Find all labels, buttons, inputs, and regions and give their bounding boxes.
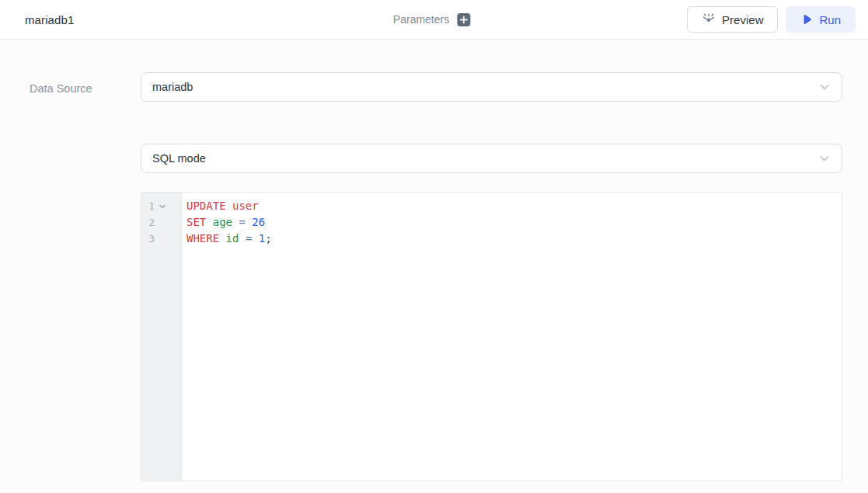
code-token: ; [265, 232, 271, 245]
code-token [239, 232, 245, 245]
code-line[interactable]: SET age = 26 [186, 214, 842, 231]
code-token [219, 232, 225, 245]
data-source-value: mariadb [152, 81, 818, 93]
chevron-down-icon [818, 81, 831, 93]
code-token [226, 200, 232, 212]
code-token [206, 216, 212, 228]
eye-icon [702, 12, 716, 26]
fold-spacer [157, 234, 168, 245]
data-source-select[interactable]: mariadb [141, 72, 842, 102]
play-icon [800, 13, 813, 26]
code-token: 1 [259, 232, 265, 245]
run-button[interactable]: Run [786, 6, 856, 33]
line-number: 1 [147, 200, 155, 212]
sql-editor[interactable]: 123 UPDATE userSET age = 26WHERE id = 1; [141, 192, 842, 481]
query-mode-value: SQL mode [152, 152, 818, 165]
code-token: id [226, 232, 239, 245]
add-parameter-button[interactable] [457, 13, 470, 26]
editor-gutter: 123 [141, 193, 182, 481]
code-line[interactable]: UPDATE user [186, 198, 842, 214]
code-token: WHERE [186, 232, 219, 245]
plus-icon [459, 16, 468, 24]
code-line[interactable]: WHERE id = 1; [186, 231, 842, 247]
page-title: mariadb1 [25, 13, 74, 26]
code-token [252, 232, 258, 245]
code-token: 26 [252, 216, 265, 228]
chevron-down-icon [818, 152, 831, 165]
data-source-label: Data Source [30, 82, 92, 95]
preview-button[interactable]: Preview [687, 6, 778, 33]
code-token: UPDATE [186, 200, 226, 212]
run-button-label: Run [819, 13, 841, 26]
code-token: age [213, 216, 232, 228]
fold-chevron-down-icon[interactable] [157, 201, 168, 212]
line-number: 3 [147, 233, 155, 245]
editor-code[interactable]: UPDATE userSET age = 26WHERE id = 1; [182, 193, 842, 481]
parameters-group: Parameters [393, 0, 470, 39]
toolbar-actions: Preview Run [687, 6, 856, 33]
code-token: SET [186, 216, 206, 228]
query-mode-select[interactable]: SQL mode [141, 144, 842, 173]
preview-button-label: Preview [722, 13, 763, 26]
gutter-row: 3 [141, 231, 181, 247]
code-token: user [232, 200, 259, 212]
parameters-label: Parameters [393, 13, 449, 26]
line-number: 2 [147, 217, 155, 228]
code-token: = [239, 216, 245, 228]
gutter-row: 2 [141, 214, 181, 231]
gutter-row: 1 [141, 198, 181, 214]
fold-spacer [157, 217, 168, 228]
top-bar: mariadb1 Parameters Preview [0, 0, 868, 40]
